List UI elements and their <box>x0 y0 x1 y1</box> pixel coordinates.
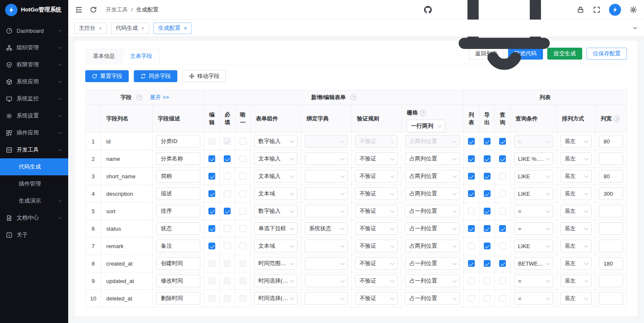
condition-select[interactable]: LIKE <box>514 170 553 183</box>
sidebar-item-plugin-app[interactable]: 插件应用 <box>0 124 68 141</box>
tab-list-chevron-icon[interactable] <box>632 25 638 31</box>
grid-select[interactable]: 占两列位置 <box>405 240 459 252</box>
export-checkbox[interactable] <box>484 295 491 302</box>
width-input[interactable] <box>599 170 623 183</box>
align-select[interactable]: 居左 <box>560 205 592 217</box>
align-select[interactable]: 居左 <box>560 135 592 148</box>
dict-select[interactable] <box>305 205 348 217</box>
field-desc-input[interactable] <box>156 257 200 270</box>
sidebar-item-doc-center[interactable]: 文档中心 <box>0 209 68 226</box>
close-icon[interactable]: × <box>184 26 187 31</box>
component-select[interactable]: 时间选择(Y-... <box>254 292 297 305</box>
width-input[interactable] <box>599 222 623 235</box>
field-desc-input[interactable] <box>156 205 200 217</box>
component-select[interactable]: 文本输入 <box>254 152 297 165</box>
field-desc-input[interactable] <box>156 274 200 287</box>
move-fields-button[interactable]: 移动字段 <box>182 70 226 82</box>
edit-checkbox[interactable] <box>208 173 215 180</box>
list-checkbox[interactable] <box>468 173 475 180</box>
condition-select[interactable]: LIKE %...% <box>514 152 553 165</box>
dict-select[interactable]: 系统状态 <box>305 222 348 235</box>
condition-select[interactable]: = <box>514 292 553 305</box>
grid-select[interactable]: 占一列位置 <box>405 292 459 305</box>
help-icon[interactable]: ? <box>136 94 142 100</box>
expand-fields-link[interactable]: 展开 >> <box>150 94 169 101</box>
collapse-sidebar-icon[interactable] <box>75 6 83 14</box>
export-checkbox[interactable] <box>484 277 491 284</box>
settings-gear-icon[interactable] <box>630 6 637 14</box>
condition-select[interactable]: LIKE <box>514 240 553 252</box>
tab-basic-info[interactable]: 基本信息 <box>85 49 123 63</box>
unique-checkbox[interactable] <box>240 190 246 197</box>
edit-checkbox[interactable] <box>208 190 215 197</box>
dict-select[interactable] <box>305 240 348 252</box>
width-input[interactable] <box>599 292 623 305</box>
edit-checkbox[interactable] <box>208 225 215 232</box>
unique-checkbox[interactable] <box>240 155 246 162</box>
required-checkbox[interactable] <box>224 208 231 214</box>
sidebar-item-dashboard[interactable]: Dashboard <box>0 22 68 39</box>
width-input[interactable] <box>599 240 623 252</box>
component-select[interactable]: 文本输入 <box>254 170 297 183</box>
rule-select[interactable]: 不验证 <box>355 257 398 270</box>
reload-page-icon[interactable] <box>90 6 97 14</box>
lock-screen-icon[interactable] <box>577 6 584 14</box>
save-config-only-button[interactable]: 仅保存配置 <box>586 48 627 60</box>
sidebar-item-organization[interactable]: 组织管理 <box>0 39 68 56</box>
grid-layout-select[interactable]: 一行两列 <box>407 120 445 132</box>
grid-select[interactable]: 占一列位置 <box>405 222 459 235</box>
width-input[interactable] <box>599 152 623 165</box>
required-checkbox[interactable] <box>224 173 231 180</box>
query-checkbox[interactable] <box>499 173 506 180</box>
field-desc-input[interactable] <box>156 292 200 305</box>
list-checkbox[interactable] <box>468 225 475 232</box>
tag-tab-console[interactable]: 主控台× <box>74 23 107 34</box>
component-select[interactable]: 文本域 <box>254 187 297 200</box>
grid-select[interactable]: 占一列位置 <box>405 274 459 287</box>
component-select[interactable]: 时间选择(Y-... <box>254 274 297 287</box>
field-desc-input[interactable] <box>156 240 200 252</box>
dict-select[interactable] <box>305 257 348 270</box>
rule-select[interactable]: 不验证 <box>355 292 398 305</box>
export-checkbox[interactable] <box>484 138 491 145</box>
list-checkbox[interactable] <box>468 190 475 197</box>
rule-select[interactable]: 不验证 <box>355 222 398 235</box>
export-checkbox[interactable] <box>484 155 491 162</box>
help-icon[interactable]: ? <box>614 116 620 122</box>
sidebar-item-dev-tools[interactable]: 开发工具 <box>0 141 68 158</box>
tag-tab-generation-config[interactable]: 生成配置× <box>153 23 192 34</box>
rule-select[interactable]: 不验证 <box>355 274 398 287</box>
query-checkbox[interactable] <box>499 243 506 249</box>
github-icon[interactable] <box>424 6 432 14</box>
rule-select[interactable]: 不验证 <box>355 240 398 252</box>
align-select[interactable]: 居左 <box>560 152 592 165</box>
query-checkbox[interactable] <box>499 277 506 284</box>
align-select[interactable]: 居左 <box>560 257 592 270</box>
export-checkbox[interactable] <box>484 173 491 180</box>
field-desc-input[interactable] <box>156 170 200 183</box>
list-checkbox[interactable] <box>468 155 475 162</box>
condition-select[interactable]: = <box>514 222 553 235</box>
tab-main-table-fields[interactable]: 主表字段 <box>122 49 160 63</box>
condition-select[interactable]: BETWEEN <box>514 257 553 270</box>
rule-select[interactable]: 不验证 <box>355 170 398 183</box>
width-input[interactable] <box>599 187 623 200</box>
component-select[interactable]: 数字输入 <box>254 135 297 148</box>
required-checkbox[interactable] <box>224 243 231 249</box>
sidebar-item-system-app[interactable]: 系统应用 <box>0 73 68 90</box>
reset-fields-button[interactable]: 重置字段 <box>85 70 129 82</box>
condition-select[interactable]: = <box>514 205 553 217</box>
sync-fields-button[interactable]: 同步字段 <box>134 70 177 82</box>
field-desc-input[interactable] <box>156 222 200 235</box>
export-checkbox[interactable] <box>484 208 491 214</box>
dict-select[interactable] <box>305 274 348 287</box>
width-input[interactable] <box>599 274 623 287</box>
notifications-button[interactable]: 1 <box>440 0 568 74</box>
unique-checkbox[interactable] <box>240 225 246 232</box>
app-logo[interactable]: HotGo管理系统 <box>0 0 68 20</box>
help-icon[interactable]: ? <box>350 94 356 100</box>
edit-checkbox[interactable] <box>208 155 215 162</box>
export-checkbox[interactable] <box>484 243 491 249</box>
list-checkbox[interactable] <box>468 260 475 267</box>
edit-checkbox[interactable] <box>208 208 215 214</box>
